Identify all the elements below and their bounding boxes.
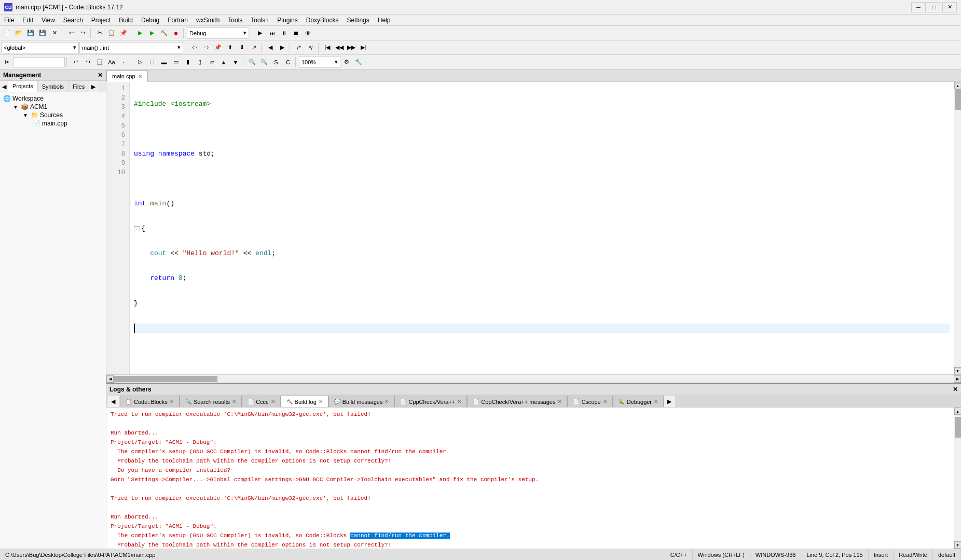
menu-search[interactable]: Search xyxy=(59,15,87,25)
buildmsg-tab-close[interactable]: ✕ xyxy=(385,399,389,404)
rect4-button[interactable]: ▮ xyxy=(182,57,194,68)
menu-view[interactable]: View xyxy=(37,15,59,25)
rect5-button[interactable]: ▯ xyxy=(194,57,205,68)
tab-close-icon[interactable]: ✕ xyxy=(138,74,142,79)
tab-symbols[interactable]: Symbols xyxy=(38,81,68,92)
code-nav-start[interactable]: ⊳ xyxy=(1,57,12,68)
hscroll-right-btn[interactable]: ▶ xyxy=(954,375,961,383)
nav-right-button[interactable]: ▶ xyxy=(277,42,288,53)
bottom-nav-left[interactable]: ◀ xyxy=(107,396,119,407)
debug-run-button[interactable]: ▶ xyxy=(254,27,266,39)
build-config-dropdown[interactable]: Debug ▾ xyxy=(187,27,249,39)
cppcheck-msg-tab-close[interactable]: ✕ xyxy=(557,399,561,404)
panel-nav-right[interactable]: ▶ xyxy=(89,81,98,92)
rect2-button[interactable]: ▬ xyxy=(158,57,170,68)
bookmark-next-button[interactable]: ⬇ xyxy=(236,42,248,53)
redo2-button[interactable]: ↪ xyxy=(82,57,93,68)
tools2-button[interactable]: 🔧 xyxy=(353,57,364,68)
bottom-tab-search[interactable]: 🔍 Search results ✕ xyxy=(180,396,242,407)
bottom-tab-cscope[interactable]: 📄 Cscope ✕ xyxy=(567,396,612,407)
editor-scroll-track[interactable] xyxy=(954,89,961,367)
minimize-button[interactable]: ─ xyxy=(911,2,926,12)
save-button[interactable]: 💾 xyxy=(25,27,36,39)
editor-scroll-down[interactable]: ▼ xyxy=(954,367,962,374)
menu-edit[interactable]: Edit xyxy=(18,15,37,25)
bottom-tab-cppcheck[interactable]: 📄 CppCheck/Vera++ ✕ xyxy=(394,396,467,407)
rect8-button[interactable]: ▼ xyxy=(230,57,241,68)
nav-forward-button[interactable]: ⇨ xyxy=(200,42,212,53)
rect-button[interactable]: □ xyxy=(146,57,158,68)
comment-button[interactable]: /* xyxy=(293,42,305,53)
hscroll-thumb[interactable] xyxy=(114,376,217,382)
menu-doxyblocks[interactable]: DoxyBlocks xyxy=(302,15,343,25)
debug-watch-button[interactable]: 👁 xyxy=(302,27,313,39)
debug-step-button[interactable]: ⏭ xyxy=(266,27,278,39)
rect6-button[interactable]: ▱ xyxy=(206,57,217,68)
close-file-button[interactable]: ✕ xyxy=(49,27,60,39)
menu-debug[interactable]: Debug xyxy=(137,15,163,25)
h-scroll[interactable]: ◀ ▶ xyxy=(106,374,961,383)
hscroll-left-btn[interactable]: ◀ xyxy=(106,375,114,383)
new-button[interactable]: 📄 xyxy=(1,27,12,39)
bookmark-prev-button[interactable]: ⬆ xyxy=(224,42,236,53)
open-button[interactable]: 📂 xyxy=(13,27,24,39)
function-dropdown[interactable]: main() : int ▾ xyxy=(79,42,183,53)
caret-button[interactable]: Aa xyxy=(106,57,117,68)
first-button[interactable]: |◀ xyxy=(322,42,333,53)
tree-workspace[interactable]: 🌐 Workspace xyxy=(2,94,104,103)
menu-project[interactable]: Project xyxy=(87,15,115,25)
undo2-button[interactable]: ↩ xyxy=(70,57,81,68)
editor-vscrollbar[interactable]: ▲ ▼ xyxy=(954,82,961,374)
build-log-content[interactable]: Tried to run compiler executable 'C:\Min… xyxy=(106,408,954,549)
nav-left-button[interactable]: ◀ xyxy=(265,42,276,53)
nav-back-button[interactable]: ⇦ xyxy=(188,42,200,53)
prev-button[interactable]: ◀◀ xyxy=(334,42,345,53)
tree-project-acm1[interactable]: ▼ 📦 ACM1 xyxy=(2,103,104,111)
editor-scroll-up[interactable]: ▲ xyxy=(954,82,962,89)
fold-icon[interactable]: - xyxy=(134,226,140,232)
bottom-scroll-down[interactable]: ▼ xyxy=(954,541,962,549)
next-button[interactable]: ▶▶ xyxy=(346,42,357,53)
zoom-dropdown[interactable]: 100% ▾ xyxy=(299,57,340,68)
debugger-tab-close[interactable]: ✕ xyxy=(654,399,658,404)
paste-button[interactable]: 📌 xyxy=(118,27,129,39)
debug-break-button[interactable]: ⏸ xyxy=(278,27,290,39)
search-tab-close[interactable]: ✕ xyxy=(232,399,236,404)
menu-fortran[interactable]: Fortran xyxy=(163,15,192,25)
editor-scroll-thumb[interactable] xyxy=(955,89,961,110)
build-run-button[interactable]: ▶ xyxy=(134,27,146,39)
tree-folder-sources[interactable]: ▼ 📁 Sources xyxy=(2,111,104,119)
bottom-panel-close-icon[interactable]: ✕ xyxy=(953,386,958,393)
tab-projects[interactable]: Projects xyxy=(8,81,38,92)
menu-settings[interactable]: Settings xyxy=(342,15,373,25)
bottom-tab-cppcheck-msg[interactable]: 📄 CppCheck/Vera++ messages ✕ xyxy=(467,396,567,407)
copy-button[interactable]: 📋 xyxy=(106,27,117,39)
bookmark-set-button[interactable]: 📌 xyxy=(212,42,224,53)
hscroll-track[interactable] xyxy=(114,375,954,382)
redo-button[interactable]: ↪ xyxy=(77,27,89,39)
settings2-button[interactable]: ⚙ xyxy=(341,57,352,68)
panel-close-icon[interactable]: ✕ xyxy=(98,72,103,79)
menu-wxsmith[interactable]: wxSmith xyxy=(192,15,224,25)
stop-button[interactable]: ■ xyxy=(170,27,182,39)
menu-help[interactable]: Help xyxy=(374,15,395,25)
jump-to-button[interactable]: ↗ xyxy=(248,42,259,53)
code-search-input[interactable] xyxy=(13,57,65,67)
bottom-tab-buildmsg[interactable]: 💬 Build messages ✕ xyxy=(328,396,395,407)
select-button[interactable]: ▷ xyxy=(134,57,146,68)
build-button[interactable]: 🔨 xyxy=(158,27,170,39)
cppcheck-tab-close[interactable]: ✕ xyxy=(457,399,461,404)
bottom-vscrollbar[interactable]: ▲ ▼ xyxy=(954,408,961,549)
bottom-tab-cccc[interactable]: 📄 Cccc ✕ xyxy=(242,396,280,407)
tab-files[interactable]: Files xyxy=(68,81,89,92)
menu-build[interactable]: Build xyxy=(115,15,137,25)
zoom-in-button[interactable]: 🔍 xyxy=(246,57,258,68)
last-button[interactable]: ▶| xyxy=(358,42,369,53)
zoom-out-button[interactable]: 🔍 xyxy=(258,57,270,68)
bookmark2-button[interactable]: 📋 xyxy=(94,57,105,68)
editor-tab-maincpp[interactable]: main.cpp ✕ xyxy=(106,71,148,82)
zoom-c-button[interactable]: C xyxy=(282,57,294,68)
close-button[interactable]: ✕ xyxy=(942,2,957,12)
zoom-s-button[interactable]: S xyxy=(270,57,282,68)
code-editor[interactable]: 1 2 3 4 5 6 7 8 9 10 #include <iostream>… xyxy=(106,82,954,374)
